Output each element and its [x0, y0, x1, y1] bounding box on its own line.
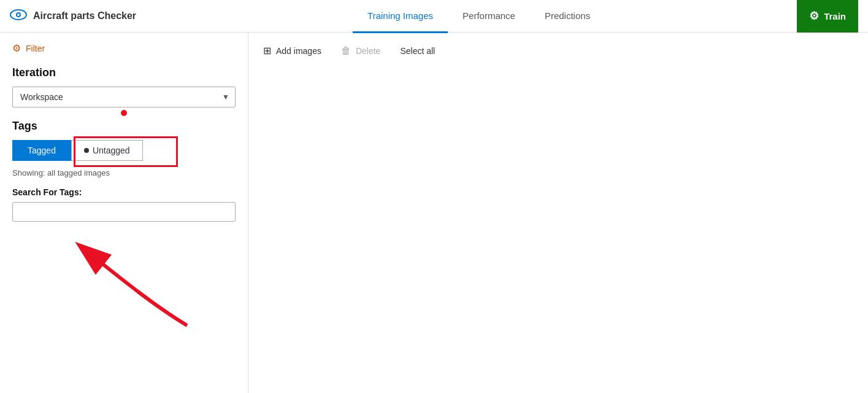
sidebar: ⚙ Filter Iteration Workspace ▼ Tags Tagg…: [0, 33, 248, 393]
delete-icon: 🗑: [341, 45, 351, 56]
main-nav: Training Images Performance Predictions: [161, 0, 797, 33]
svg-point-2: [17, 14, 20, 16]
nav-performance[interactable]: Performance: [448, 1, 530, 33]
nav-training-images[interactable]: Training Images: [353, 1, 448, 33]
content-area: ⊞ Add images 🗑 Delete Select all: [248, 33, 868, 393]
nav-predictions[interactable]: Predictions: [530, 1, 605, 33]
main-layout: ⚙ Filter Iteration Workspace ▼ Tags Tagg…: [0, 33, 868, 393]
add-images-icon: ⊞: [263, 45, 271, 56]
toolbar: ⊞ Add images 🗑 Delete Select all: [263, 42, 853, 59]
search-label: Search For Tags:: [12, 187, 236, 197]
untagged-dot-icon: [84, 148, 89, 153]
showing-text: Showing: all tagged images: [12, 168, 236, 177]
select-all-button[interactable]: Select all: [400, 46, 435, 56]
app-logo: Aircraft parts Checker: [10, 6, 136, 26]
train-button[interactable]: ⚙ Train: [797, 0, 858, 33]
tags-section: Tags Tagged Untagged Showing: all tagged…: [12, 120, 236, 222]
header-actions: ⚙ Train: [797, 0, 858, 33]
iteration-section: Iteration Workspace ▼: [12, 66, 236, 107]
iteration-dropdown[interactable]: Workspace: [12, 87, 236, 107]
filter-icon: ⚙: [12, 42, 21, 54]
add-images-button[interactable]: ⊞ Add images: [263, 42, 321, 59]
tagged-button[interactable]: Tagged: [12, 140, 71, 161]
iteration-dropdown-wrapper: Workspace ▼: [12, 87, 236, 107]
iteration-label: Iteration: [12, 66, 236, 79]
red-dot: [121, 110, 127, 116]
app-title: Aircraft parts Checker: [33, 10, 136, 21]
filter-row[interactable]: ⚙ Filter: [12, 42, 236, 54]
gear-icon: ⚙: [809, 9, 819, 23]
filter-label: Filter: [26, 44, 45, 53]
logo-icon: [10, 6, 27, 26]
tags-label: Tags: [12, 120, 236, 133]
tags-buttons: Tagged Untagged: [12, 140, 236, 161]
app-header: Aircraft parts Checker Training Images P…: [0, 0, 868, 33]
delete-button[interactable]: 🗑 Delete: [341, 43, 380, 59]
search-tags-input[interactable]: [12, 202, 236, 222]
untagged-button[interactable]: Untagged: [71, 140, 143, 161]
